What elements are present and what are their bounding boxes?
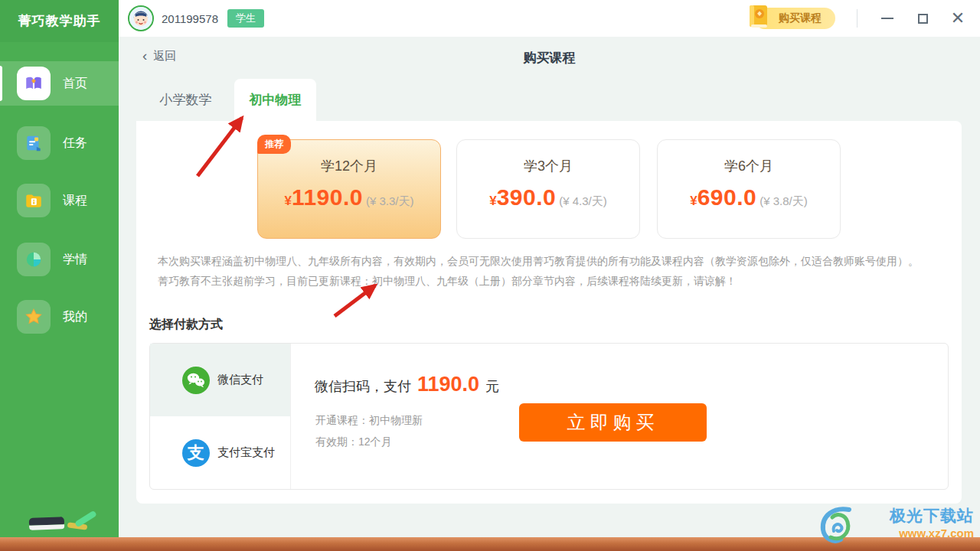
app-window: 菁巧教学助手 首页 任务 bbox=[0, 0, 980, 551]
pay-amount: 1190.0 bbox=[417, 373, 479, 396]
sidebar-label-stats: 学情 bbox=[63, 252, 87, 268]
sidebar-label-home: 首页 bbox=[63, 76, 87, 92]
scan-prefix: 微信扫码，支付 bbox=[315, 377, 411, 396]
tab-elementary-math[interactable]: 小学数学 bbox=[157, 79, 214, 122]
book-icon bbox=[748, 4, 769, 29]
main-content: ‹ 返回 购买课程 小学数学 初中物理 推荐 学12个月 ¥ 1190.0 (¥… bbox=[119, 37, 980, 537]
description-line-2: 菁巧教育不主张超前学习，目前已更新课程：初中物理八、九年级（上册）部分章节内容，… bbox=[158, 271, 950, 291]
wechat-pay-label: 微信支付 bbox=[217, 373, 263, 387]
minimize-button[interactable] bbox=[874, 5, 900, 31]
sidebar-item-home[interactable]: 首页 bbox=[0, 61, 119, 106]
jiguang-swirl-icon bbox=[815, 504, 855, 549]
home-book-icon bbox=[17, 67, 51, 100]
currency-symbol: ¥ bbox=[690, 194, 697, 209]
plan-card-6-months[interactable]: 学6个月 ¥ 690.0 (¥ 3.8/天) bbox=[657, 139, 841, 239]
sidebar-item-stats[interactable]: 学情 bbox=[0, 237, 119, 282]
student-badge: 学生 bbox=[227, 9, 264, 28]
sidebar-item-profile[interactable]: 我的 bbox=[0, 295, 119, 339]
purchase-panel: 推荐 学12个月 ¥ 1190.0 (¥ 3.3/天) 学3个月 ¥ 390.0… bbox=[136, 121, 962, 504]
sidebar-item-courses[interactable]: 课程 bbox=[0, 178, 119, 223]
course-open-line: 开通课程：初中物理新 bbox=[315, 414, 423, 428]
active-indicator bbox=[0, 66, 2, 101]
stats-pie-icon bbox=[17, 243, 51, 276]
close-button[interactable]: ✕ bbox=[945, 5, 971, 31]
eraser-icon bbox=[29, 517, 65, 530]
maximize-icon bbox=[918, 14, 928, 24]
sidebar-item-tasks[interactable]: 任务 bbox=[0, 121, 119, 165]
plan-card-3-months[interactable]: 学3个月 ¥ 390.0 (¥ 4.3/天) bbox=[456, 139, 640, 239]
currency-symbol: ¥ bbox=[489, 194, 496, 209]
plan-per-day: (¥ 4.3/天) bbox=[559, 194, 607, 209]
sidebar-label-tasks: 任务 bbox=[63, 135, 87, 152]
plan-title: 学6个月 bbox=[658, 157, 840, 175]
scan-pay-line: 微信扫码，支付 1190.0 元 bbox=[315, 373, 499, 396]
recommended-badge: 推荐 bbox=[257, 135, 291, 154]
alipay-label: 支付宝支付 bbox=[217, 445, 275, 460]
topbar-divider bbox=[857, 9, 858, 28]
plan-price: 390.0 bbox=[497, 184, 557, 210]
payment-section-title: 选择付款方式 bbox=[149, 317, 223, 333]
pay-unit: 元 bbox=[485, 377, 499, 396]
watermark-site-url: www.xz7.com bbox=[899, 527, 974, 540]
sidebar: 菁巧教学助手 首页 任务 bbox=[0, 0, 119, 537]
tab-middle-school-physics[interactable]: 初中物理 bbox=[234, 79, 316, 122]
watermark-site-name: 极光下载站 bbox=[890, 505, 974, 527]
sidebar-label-profile: 我的 bbox=[63, 309, 87, 325]
plan-price: 1190.0 bbox=[292, 184, 363, 210]
profile-star-icon bbox=[17, 300, 51, 334]
plan-card-12-months[interactable]: 推荐 学12个月 ¥ 1190.0 (¥ 3.3/天) bbox=[257, 139, 441, 239]
page-title: 购买课程 bbox=[119, 49, 980, 67]
maximize-button[interactable] bbox=[910, 5, 936, 31]
payment-method-wechat[interactable]: 微信支付 bbox=[150, 344, 290, 416]
buy-now-button[interactable]: 立即购买 bbox=[519, 403, 707, 442]
sidebar-label-courses: 课程 bbox=[63, 193, 87, 209]
task-document-icon bbox=[17, 126, 51, 160]
close-icon: ✕ bbox=[951, 10, 965, 27]
validity-line: 有效期：12个月 bbox=[315, 435, 392, 449]
wechat-pay-icon bbox=[182, 367, 210, 394]
alipay-icon: 支 bbox=[182, 439, 210, 467]
minimize-icon bbox=[881, 18, 893, 19]
plan-title: 学12个月 bbox=[258, 157, 440, 175]
topbar: 201199578 学生 购买课程 ✕ bbox=[119, 0, 980, 37]
buy-course-label: 购买课程 bbox=[779, 11, 822, 25]
plan-price: 690.0 bbox=[697, 184, 757, 210]
plan-per-day: (¥ 3.8/天) bbox=[760, 194, 808, 209]
buy-course-button[interactable]: 购买课程 bbox=[754, 8, 835, 29]
user-avatar[interactable] bbox=[128, 5, 154, 31]
site-watermark: 极光下载站 www.xz7.com bbox=[840, 505, 974, 545]
payment-method-alipay[interactable]: 支 支付宝支付 bbox=[150, 416, 290, 489]
description-line-1: 本次购买课程涵盖初中物理八、九年级所有内容，有效期内，会员可无限次使用菁巧教育提… bbox=[158, 251, 950, 271]
course-folder-icon bbox=[17, 184, 51, 217]
plan-title: 学3个月 bbox=[457, 157, 639, 175]
user-id: 201199578 bbox=[162, 12, 218, 25]
chalk-tray-decoration bbox=[0, 507, 119, 537]
payment-box: 微信支付 支 支付宝支付 微信扫码，支付 1190.0 元 开通课程：初中物理新… bbox=[149, 343, 949, 490]
app-logo-title: 菁巧教学助手 bbox=[0, 0, 119, 42]
currency-symbol: ¥ bbox=[284, 194, 291, 209]
course-description: 本次购买课程涵盖初中物理八、九年级所有内容，有效期内，会员可无限次使用菁巧教育提… bbox=[158, 251, 950, 291]
plan-per-day: (¥ 3.3/天) bbox=[366, 194, 414, 209]
payment-methods: 微信支付 支 支付宝支付 bbox=[150, 344, 291, 489]
